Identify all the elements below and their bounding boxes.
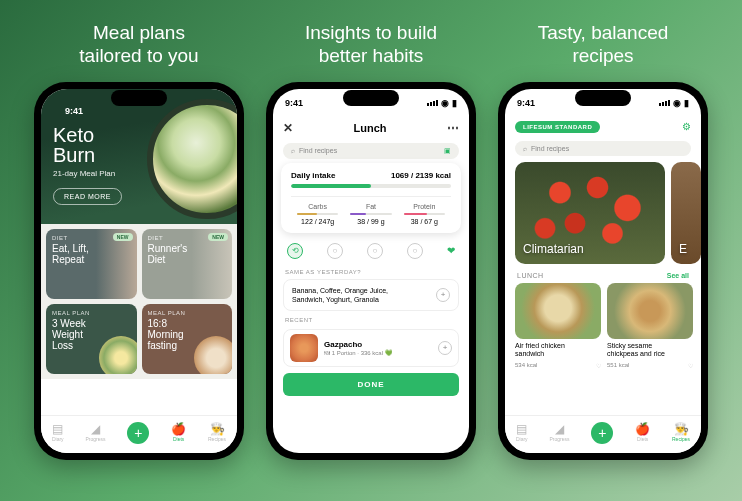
intake-progress: [291, 184, 451, 188]
card-title: 3 WeekWeightLoss: [52, 318, 131, 351]
macro-label: Protein: [398, 203, 451, 210]
history-icon[interactable]: ⟲: [287, 243, 303, 259]
nav-diary[interactable]: ▤Diary: [516, 423, 528, 442]
more-icon[interactable]: ⋯: [447, 121, 459, 135]
macro-bar: [404, 213, 445, 215]
device-frame-1: 9:41 ◉ ▮ KetoBurn 21-day Meal Plan READ …: [34, 82, 244, 460]
featured-title: E: [679, 242, 687, 256]
nav-progress[interactable]: ◢Progress: [85, 423, 105, 442]
yesterday-summary[interactable]: Banana, Coffee, Orange Juice,Sandwich, Y…: [283, 279, 459, 311]
status-icons: ◉ ▮: [658, 98, 689, 108]
meal-tab[interactable]: ○: [407, 243, 423, 259]
headline-2: Insights to buildbetter habits: [305, 20, 437, 70]
card-title: Runner'sDiet: [148, 243, 227, 265]
status-time: 9:41: [517, 98, 535, 108]
close-icon[interactable]: ✕: [283, 121, 293, 135]
meal-tab[interactable]: ○: [327, 243, 343, 259]
headline-1: Meal planstailored to you: [79, 20, 198, 70]
recipe-kcal: 534 kcal: [515, 362, 537, 369]
diets-icon: 🍎: [635, 423, 650, 435]
nav-label: Diary: [52, 436, 64, 442]
add-icon[interactable]: +: [438, 341, 452, 355]
nav-diets[interactable]: 🍎Diets: [635, 423, 650, 442]
standard-chip[interactable]: LIFESUM STANDARD: [515, 121, 600, 133]
section-head: LUNCH See all: [505, 264, 701, 283]
signal-icon: [658, 98, 670, 108]
macro-carbs: Carbs 122 / 247g: [291, 203, 344, 225]
macro-label: Fat: [344, 203, 397, 210]
nav-recipes[interactable]: 👨‍🍳Recipes: [672, 423, 690, 442]
add-icon[interactable]: +: [436, 288, 450, 302]
featured-row: Climatarian E: [505, 162, 701, 264]
device-frame-3: 9:41 ◉ ▮ LIFESUM STANDARD ⚙ ⌕ Find recip…: [498, 82, 708, 460]
macro-value: 38 / 99 g: [344, 218, 397, 225]
nav-add-button[interactable]: +: [127, 422, 149, 444]
filter-icon[interactable]: ⚙: [682, 121, 691, 132]
yesterday-text: Banana, Coffee, Orange Juice,Sandwich, Y…: [292, 286, 388, 304]
heart-icon[interactable]: ♡: [596, 362, 601, 369]
scan-icon[interactable]: ▣: [444, 147, 451, 155]
featured-climatarian[interactable]: Climatarian: [515, 162, 665, 264]
progress-icon: ◢: [91, 423, 100, 435]
search-icon: ⌕: [523, 145, 527, 152]
plan-card-eat-lift[interactable]: NEW DIET Eat, Lift,Repeat: [46, 229, 137, 299]
recipe-card-1[interactable]: Air fried chickensandwich 534 kcal ♡: [515, 283, 601, 369]
new-badge: NEW: [208, 233, 228, 241]
macro-label: Carbs: [291, 203, 344, 210]
featured-partial[interactable]: E: [671, 162, 701, 264]
recent-text: Gazpacho 🍽 1 Portion · 336 kcal 💚: [324, 340, 432, 356]
recipes-icon: 👨‍🍳: [674, 423, 689, 435]
plan-card-3week[interactable]: MEAL PLAN 3 WeekWeightLoss: [46, 304, 137, 374]
nav-diary[interactable]: ▤Diary: [52, 423, 64, 442]
screen-1: 9:41 ◉ ▮ KetoBurn 21-day Meal Plan READ …: [41, 89, 237, 453]
done-button[interactable]: DONE: [283, 373, 459, 396]
header-title: Lunch: [354, 122, 387, 134]
card-title: 16:8Morningfasting: [148, 318, 227, 351]
notch: [575, 90, 631, 106]
screen-3: 9:41 ◉ ▮ LIFESUM STANDARD ⚙ ⌕ Find recip…: [505, 89, 701, 453]
hero: 9:41 ◉ ▮ KetoBurn 21-day Meal Plan READ …: [41, 89, 237, 224]
section-label: LUNCH: [517, 272, 544, 279]
plan-card-runners[interactable]: NEW DIET Runner'sDiet: [142, 229, 233, 299]
intake-head: Daily intake 1069 / 2139 kcal: [291, 171, 451, 180]
recipe-meta: 551 kcal ♡: [607, 362, 693, 369]
search-placeholder: Find recipes: [531, 145, 569, 152]
status-icons: ◉ ▮: [426, 98, 457, 108]
daily-intake-card: Daily intake 1069 / 2139 kcal Carbs 122 …: [281, 163, 461, 233]
read-more-button[interactable]: READ MORE: [53, 188, 122, 205]
recipe-card-2[interactable]: Sticky sesamechickpeas and rice 551 kcal…: [607, 283, 693, 369]
nav-diets[interactable]: 🍎Diets: [171, 423, 186, 442]
search-placeholder: Find recipes: [299, 147, 337, 154]
heart-icon[interactable]: ♡: [688, 362, 693, 369]
macro-value: 122 / 247g: [291, 218, 344, 225]
meal-tab[interactable]: ○: [367, 243, 383, 259]
meal-time-tabs: ⟲ ○ ○ ○ ❤: [273, 237, 469, 265]
nav-label: Diary: [516, 436, 528, 442]
same-yesterday-label: SAME AS YESTERDAY?: [273, 265, 469, 277]
search-input[interactable]: ⌕ Find recipes ▣: [283, 143, 459, 159]
search-input[interactable]: ⌕ Find recipes: [515, 141, 691, 156]
recent-item-gazpacho[interactable]: Gazpacho 🍽 1 Portion · 336 kcal 💚 +: [283, 329, 459, 367]
recent-meta: 🍽 1 Portion · 336 kcal 💚: [324, 349, 432, 356]
progress-icon: ◢: [555, 423, 564, 435]
macros-row: Carbs 122 / 247g Fat 38 / 99 g Protein 3…: [291, 196, 451, 225]
nav-add-button[interactable]: +: [591, 422, 613, 444]
bottom-nav: ▤Diary ◢Progress + 🍎Diets 👨‍🍳Recipes: [505, 415, 701, 453]
nav-label: Progress: [85, 436, 105, 442]
headline-3: Tasty, balancedrecipes: [538, 20, 669, 70]
battery-icon: ▮: [452, 98, 457, 108]
nav-progress[interactable]: ◢Progress: [549, 423, 569, 442]
bottom-nav: ▤Diary ◢Progress + 🍎Diets 👨‍🍳Recipes: [41, 415, 237, 453]
intake-label: Daily intake: [291, 171, 335, 180]
nav-recipes[interactable]: 👨‍🍳Recipes: [208, 423, 226, 442]
battery-icon: ▮: [684, 98, 689, 108]
notch: [111, 90, 167, 106]
recipe-image: [607, 283, 693, 339]
plan-card-168[interactable]: MEAL PLAN 16:8Morningfasting: [142, 304, 233, 374]
phone-meal-plans: Meal planstailored to you 9:41 ◉ ▮ KetoB…: [34, 20, 244, 460]
card-label: MEAL PLAN: [148, 310, 227, 316]
status-time: 9:41: [65, 106, 83, 116]
search-icon: ⌕: [291, 147, 295, 154]
favorite-icon[interactable]: ❤: [447, 245, 455, 256]
see-all-link[interactable]: See all: [667, 272, 689, 279]
